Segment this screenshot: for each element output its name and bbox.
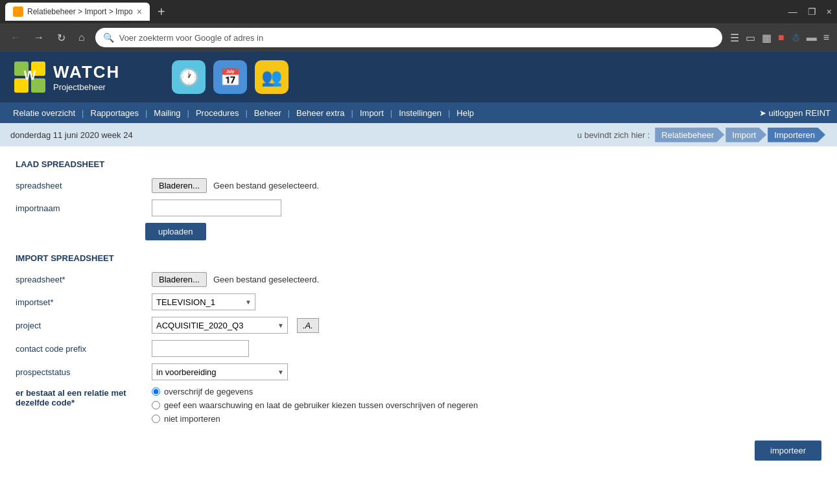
monitor-icon[interactable]: ▬ — [807, 32, 817, 43]
logout-button[interactable]: ➤ uitloggen REINT — [759, 108, 831, 118]
prospectstatus-select[interactable]: in voorbereiding actief inactief — [152, 363, 288, 380]
logo-sub: Projectbeheer — [53, 82, 120, 92]
contact-prefix-input[interactable] — [152, 340, 249, 357]
tab-close-button[interactable]: × — [137, 6, 142, 17]
search-icon: 🔍 — [103, 32, 114, 43]
prospectstatus-label: prospectstatus — [16, 367, 145, 377]
svg-text:W: W — [24, 68, 36, 82]
radio-waarschuwing[interactable]: geef een waarschuwing en laat de gebruik… — [152, 400, 478, 410]
nav-beheer-extra[interactable]: Beheer extra — [290, 108, 351, 118]
duplicate-label: er bestaat al een relatie met dezelfde c… — [16, 387, 145, 407]
home-button[interactable]: ⌂ — [76, 29, 88, 46]
nav-beheer[interactable]: Beheer — [248, 108, 288, 118]
browser-toolbar-icons: ☰ ▭ ▦ ■ ☃ ▬ ≡ — [730, 32, 829, 44]
nav-mailing[interactable]: Mailing — [147, 108, 187, 118]
sidebar-icon[interactable]: ▭ — [746, 32, 755, 44]
page-content: LAAD SPREADSHEET spreadsheet Bladeren...… — [0, 146, 837, 474]
main-nav: Relatie overzicht | Rapportages | Mailin… — [0, 102, 837, 123]
nav-relatie-overzicht[interactable]: Relatie overzicht — [6, 108, 82, 118]
breadcrumb-relatiebeheer[interactable]: Relatiebeheer — [655, 128, 724, 143]
refresh-button[interactable]: ↻ — [54, 29, 68, 47]
tab-label: Relatiebeheer > Import > Impo — [27, 7, 133, 16]
bottom-section: importeer — [16, 430, 821, 461]
browser-titlebar: 🔶 Relatiebeheer > Import > Impo × + — ❐ … — [0, 0, 837, 23]
upload-button[interactable]: uploaden — [145, 223, 206, 240]
breadcrumb-bar: donderdag 11 juni 2020 week 24 u bevindt… — [0, 123, 837, 146]
radio-waarschuwing-input[interactable] — [152, 401, 160, 409]
radio-overschrijf-label: overschrijf de gegevens — [164, 387, 253, 396]
back-button[interactable]: ← — [8, 29, 23, 46]
nav-instellingen[interactable]: Instellingen — [392, 108, 448, 118]
nav-rapportages[interactable]: Rapportages — [84, 108, 145, 118]
time-app-button[interactable]: 🕐 — [172, 60, 206, 94]
dot-a-button[interactable]: .A. — [297, 318, 319, 333]
address-bar[interactable]: 🔍 Voer zoekterm voor Google of adres in — [95, 28, 722, 47]
radio-overschrijf-input[interactable] — [152, 387, 160, 396]
contact-prefix-label: contact code prefix — [16, 344, 145, 354]
laad-importnaam-label: importnaam — [16, 203, 145, 213]
breadcrumb-nav: u bevindt zich hier : Relatiebeheer Impo… — [577, 128, 827, 143]
importset-row: importset* TELEVISION_1 TELEVISION_2 DEF… — [16, 293, 821, 310]
breadcrumb-import[interactable]: Import — [725, 128, 766, 143]
laad-spreadsheet-title: LAAD SPREADSHEET — [16, 159, 821, 169]
nav-procedures[interactable]: Procedures — [189, 108, 245, 118]
radio-niet-importeren-input[interactable] — [152, 415, 160, 423]
importnaam-input[interactable] — [152, 200, 281, 216]
laad-browse-button[interactable]: Bladeren... — [152, 178, 207, 193]
importeer-button[interactable]: importeer — [755, 441, 821, 461]
project-label: project — [16, 321, 145, 330]
import-spreadsheet-title: IMPORT SPREADSHEET — [16, 253, 821, 263]
browser-tab[interactable]: 🔶 Relatiebeheer > Import > Impo × — [5, 3, 150, 21]
import-no-file-text: Geen bestand geselecteerd. — [213, 275, 319, 284]
radio-niet-importeren-label: niet importeren — [164, 414, 220, 424]
import-browse-button[interactable]: Bladeren... — [152, 272, 207, 287]
laad-spreadsheet-row: spreadsheet Bladeren... Geen bestand ges… — [16, 178, 821, 193]
browser-addressbar: ← → ↻ ⌂ 🔍 Voer zoekterm voor Google of a… — [0, 23, 837, 52]
team-app-button[interactable]: 👥 — [255, 60, 289, 94]
minimize-button[interactable]: — — [788, 6, 797, 17]
duplicate-row: er bestaat al een relatie met dezelfde c… — [16, 387, 821, 424]
project-select-wrap: ACQUISITIE_2020_Q3 ACQUISITIE_2020_Q4 NO… — [152, 317, 288, 334]
prospectstatus-select-wrap: in voorbereiding actief inactief ▼ — [152, 363, 288, 380]
close-button[interactable]: × — [827, 6, 832, 17]
logo-icon: W — [13, 60, 47, 94]
qr-icon[interactable]: ▦ — [762, 32, 772, 44]
shield-icon[interactable]: ■ — [778, 32, 784, 43]
library-icon[interactable]: ☰ — [730, 32, 739, 44]
logout-label: uitloggen REINT — [769, 108, 831, 118]
radio-waarschuwing-label: geef een waarschuwing en laat de gebruik… — [164, 400, 478, 410]
app-header: W WATCH Projectbeheer 🕐 📅 👥 — [0, 52, 837, 102]
importset-label: importset* — [16, 297, 145, 307]
prospectstatus-row: prospectstatus in voorbereiding actief i… — [16, 363, 821, 380]
breadcrumb-here-label: u bevindt zich hier : — [577, 130, 650, 140]
project-select[interactable]: ACQUISITIE_2020_Q3 ACQUISITIE_2020_Q4 NO… — [152, 317, 288, 334]
radio-overschrijf[interactable]: overschrijf de gegevens — [152, 387, 478, 396]
logo-watch: WATCH — [53, 62, 120, 82]
contact-prefix-row: contact code prefix — [16, 340, 821, 357]
import-spreadsheet-label: spreadsheet* — [16, 275, 145, 284]
address-text: Voer zoekterm voor Google of adres in — [119, 33, 714, 43]
import-spreadsheet-row: spreadsheet* Bladeren... Geen bestand ge… — [16, 272, 821, 287]
breadcrumb-date: donderdag 11 juni 2020 week 24 — [10, 130, 577, 140]
project-row: project ACQUISITIE_2020_Q3 ACQUISITIE_20… — [16, 317, 821, 334]
breadcrumb-importeren[interactable]: Importeren — [768, 128, 825, 143]
nav-help[interactable]: Help — [450, 108, 480, 118]
forward-button[interactable]: → — [31, 29, 47, 46]
laad-spreadsheet-label: spreadsheet — [16, 181, 145, 190]
importset-select-wrap: TELEVISION_1 TELEVISION_2 DEFAULT ▼ — [152, 293, 255, 310]
ghost-icon[interactable]: ☃ — [791, 32, 800, 44]
menu-icon[interactable]: ≡ — [823, 32, 829, 43]
importset-select[interactable]: TELEVISION_1 TELEVISION_2 DEFAULT — [152, 293, 255, 310]
nav-import[interactable]: Import — [353, 108, 390, 118]
radio-niet-importeren[interactable]: niet importeren — [152, 414, 478, 424]
header-apps: 🕐 📅 👥 — [172, 60, 289, 94]
duplicate-radio-group: overschrijf de gegevens geef een waarsch… — [152, 387, 478, 424]
calendar-app-button[interactable]: 📅 — [213, 60, 247, 94]
logo-text: WATCH Projectbeheer — [53, 62, 120, 92]
window-controls: — ❐ × — [788, 6, 832, 17]
tab-favicon: 🔶 — [13, 6, 23, 17]
laad-importnaam-row: importnaam — [16, 200, 821, 216]
new-tab-button[interactable]: + — [152, 5, 171, 19]
laad-no-file-text: Geen bestand geselecteerd. — [213, 181, 319, 190]
maximize-button[interactable]: ❐ — [808, 6, 816, 17]
